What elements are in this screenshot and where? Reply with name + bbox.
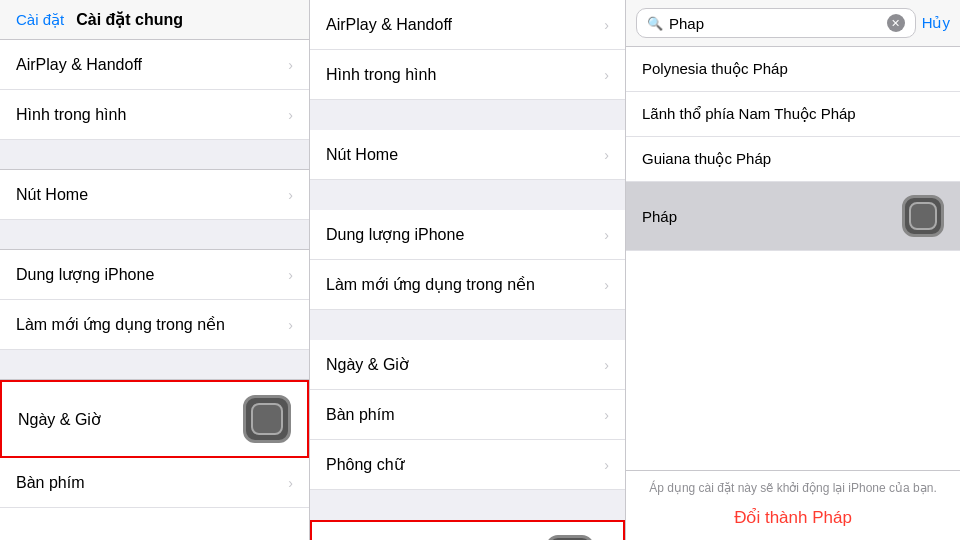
item-label: Hình trong hình bbox=[326, 66, 436, 84]
list-item[interactable]: Làm mới ứng dụng trong nền › bbox=[310, 260, 625, 310]
list-item-ngon-ngu[interactable]: Ngôn ngữ & Vùng › bbox=[310, 520, 625, 540]
list-item[interactable]: Hình trong hình › bbox=[0, 90, 309, 140]
footer-area: Áp dụng cài đặt này sẽ khởi động lại iPh… bbox=[626, 470, 960, 540]
chevron-icon: › bbox=[288, 267, 293, 283]
panel-left: Cài đặt Cài đặt chung AirPlay & Handoff … bbox=[0, 0, 310, 540]
panel-right: 🔍 Phap ✕ Hủy Polynesia thuộc Pháp Lãnh t… bbox=[626, 0, 960, 540]
search-icon: 🔍 bbox=[647, 16, 663, 31]
result-label: Polynesia thuộc Pháp bbox=[642, 60, 788, 77]
list-item[interactable]: Bàn phím › bbox=[310, 390, 625, 440]
section-gap bbox=[0, 350, 309, 380]
footer-text: Áp dụng cài đặt này sẽ khởi động lại iPh… bbox=[642, 481, 944, 495]
section-gap bbox=[310, 100, 625, 130]
list-item[interactable]: Phông chữ › bbox=[310, 440, 625, 490]
result-label: Pháp bbox=[642, 208, 677, 225]
search-clear-button[interactable]: ✕ bbox=[887, 14, 905, 32]
item-label: Ngày & Giờ bbox=[326, 355, 409, 374]
chevron-icon: › bbox=[604, 147, 609, 163]
chevron-icon: › bbox=[604, 407, 609, 423]
section-gap bbox=[310, 490, 625, 520]
item-label: Hình trong hình bbox=[16, 106, 126, 124]
chevron-icon: › bbox=[604, 17, 609, 33]
chevron-icon: › bbox=[288, 107, 293, 123]
result-item[interactable]: Guiana thuộc Pháp bbox=[626, 137, 960, 182]
item-label: AirPlay & Handoff bbox=[16, 56, 142, 74]
chevron-icon: › bbox=[288, 187, 293, 203]
home-button-inner bbox=[251, 403, 283, 435]
result-item[interactable]: Polynesia thuộc Pháp bbox=[626, 47, 960, 92]
list-item[interactable]: Làm mới ứng dụng trong nền › bbox=[0, 300, 309, 350]
list-item[interactable]: Ngày & Giờ › bbox=[310, 340, 625, 390]
cancel-button[interactable]: Hủy bbox=[922, 14, 950, 32]
panel-middle: AirPlay & Handoff › Hình trong hình › Nú… bbox=[310, 0, 626, 540]
list-item[interactable]: Hình trong hình › bbox=[310, 50, 625, 100]
result-label: Lãnh thổ phía Nam Thuộc Pháp bbox=[642, 105, 856, 122]
list-item[interactable]: Bàn phím › bbox=[0, 458, 309, 508]
home-button-icon bbox=[902, 195, 944, 237]
panel-middle-menu: AirPlay & Handoff › Hình trong hình › Nú… bbox=[310, 0, 625, 540]
item-label: AirPlay & Handoff bbox=[326, 16, 452, 34]
section-gap bbox=[0, 140, 309, 170]
section-gap bbox=[0, 220, 309, 250]
list-item[interactable]: Dung lượng iPhone › bbox=[0, 250, 309, 300]
list-item[interactable]: Nút Home › bbox=[0, 170, 309, 220]
section-gap bbox=[310, 180, 625, 210]
home-button-icon bbox=[243, 395, 291, 443]
result-item[interactable]: Lãnh thổ phía Nam Thuộc Pháp bbox=[626, 92, 960, 137]
home-button-inner bbox=[909, 202, 937, 230]
panel-left-title: Cài đặt chung bbox=[76, 10, 183, 29]
list-item[interactable]: AirPlay & Handoff › bbox=[0, 40, 309, 90]
chevron-icon: › bbox=[604, 357, 609, 373]
chevron-icon: › bbox=[604, 67, 609, 83]
chevron-icon: › bbox=[604, 227, 609, 243]
list-item[interactable]: AirPlay & Handoff › bbox=[310, 0, 625, 50]
home-button-icon bbox=[546, 535, 594, 540]
chevron-icon: › bbox=[288, 475, 293, 491]
chevron-icon: › bbox=[604, 277, 609, 293]
panel-left-menu: AirPlay & Handoff › Hình trong hình › Nú… bbox=[0, 40, 309, 540]
item-label: Dung lượng iPhone bbox=[326, 225, 464, 244]
list-item-ngay-gio[interactable]: Ngày & Giờ bbox=[0, 380, 309, 458]
item-label: Phông chữ bbox=[326, 455, 404, 474]
chevron-icon: › bbox=[604, 457, 609, 473]
item-label: Làm mới ứng dụng trong nền bbox=[326, 275, 535, 294]
item-label: Dung lượng iPhone bbox=[16, 265, 154, 284]
item-label: Ngày & Giờ bbox=[18, 410, 101, 429]
chevron-icon: › bbox=[288, 317, 293, 333]
section-gap bbox=[310, 310, 625, 340]
list-item-nut-home[interactable]: Nút Home › bbox=[310, 130, 625, 180]
panel-left-header: Cài đặt Cài đặt chung bbox=[0, 0, 309, 40]
item-label: Bàn phím bbox=[16, 474, 84, 492]
item-label: Nút Home bbox=[326, 146, 398, 164]
back-button[interactable]: Cài đặt bbox=[16, 11, 64, 29]
item-label: Nút Home bbox=[16, 186, 88, 204]
search-box[interactable]: 🔍 Phap ✕ bbox=[636, 8, 916, 38]
apply-button[interactable]: Đổi thành Pháp bbox=[642, 503, 944, 532]
result-label: Guiana thuộc Pháp bbox=[642, 150, 771, 167]
result-list: Polynesia thuộc Pháp Lãnh thổ phía Nam T… bbox=[626, 47, 960, 470]
search-bar: 🔍 Phap ✕ Hủy bbox=[626, 0, 960, 47]
item-label: Làm mới ứng dụng trong nền bbox=[16, 315, 225, 334]
item-label: Bàn phím bbox=[326, 406, 394, 424]
chevron-icon: › bbox=[288, 57, 293, 73]
list-item[interactable]: Dung lượng iPhone › bbox=[310, 210, 625, 260]
result-item-phap[interactable]: Pháp bbox=[626, 182, 960, 251]
search-value: Phap bbox=[669, 15, 881, 32]
